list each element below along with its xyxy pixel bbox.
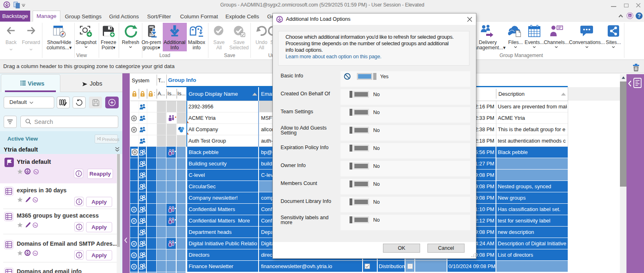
svg-text:?: ? [637, 13, 641, 19]
